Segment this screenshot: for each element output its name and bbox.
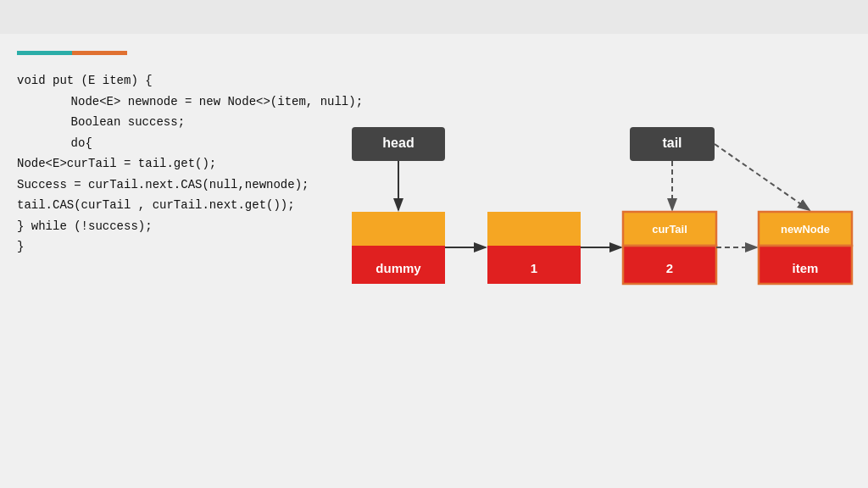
svg-text:2: 2: [666, 261, 673, 275]
progress-bar: [17, 51, 127, 55]
tail-to-newnode-arrow: [715, 144, 810, 210]
newnode-node: newNode item: [759, 212, 852, 284]
progress-orange: [72, 51, 127, 55]
tail-header-label: tail: [662, 136, 682, 150]
svg-rect-5: [487, 212, 581, 246]
svg-rect-2: [352, 212, 445, 246]
progress-teal: [17, 51, 72, 55]
diagram: head tail dummy: [335, 110, 868, 364]
code-line-1: void put (E item) {: [17, 70, 851, 92]
svg-text:item: item: [793, 261, 819, 275]
head-header-label: head: [382, 136, 414, 150]
node1-node: 1: [487, 212, 581, 284]
content: void put (E item) { Node<E> newnode = ne…: [0, 34, 868, 258]
svg-text:newNode: newNode: [781, 223, 830, 236]
svg-text:dummy: dummy: [376, 261, 421, 275]
svg-text:curTail: curTail: [652, 223, 687, 236]
top-bar: [0, 0, 868, 34]
dummy-node: dummy: [352, 212, 445, 284]
svg-text:1: 1: [531, 261, 537, 275]
diagram-svg: head tail dummy: [335, 110, 868, 364]
curtail-node: curTail 2: [623, 212, 716, 284]
code-line-2: Node<E> newnode = new Node<>(item, null)…: [17, 92, 851, 113]
